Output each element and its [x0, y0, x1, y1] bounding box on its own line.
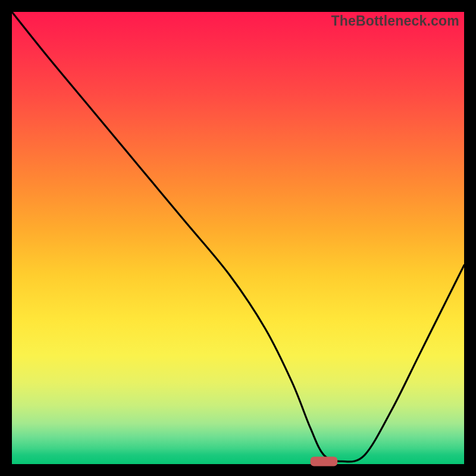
chart-frame: TheBottleneck.com	[12, 12, 464, 464]
bottleneck-curve	[12, 12, 464, 462]
optimum-marker	[311, 456, 338, 466]
chart-svg	[12, 12, 464, 464]
